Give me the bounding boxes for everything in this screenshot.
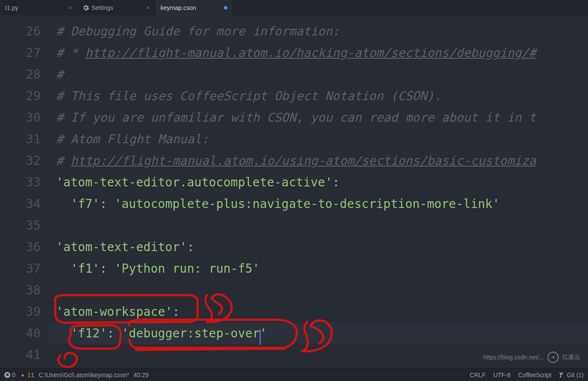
- punct-token: :: [173, 305, 180, 319]
- punct-token: :: [107, 326, 122, 340]
- status-file-path[interactable]: C:\Users\Gcl\.atom\keymap.cson*: [38, 372, 129, 378]
- comment-link[interactable]: http://flight-manual.atom.io/using-atom/…: [71, 154, 536, 168]
- code-line[interactable]: 'f7': 'autocomplete-plus:navigate-to-des…: [47, 193, 588, 215]
- string-token: 'Python run: run-f5': [114, 261, 260, 276]
- status-cursor-position[interactable]: 40:29: [133, 372, 148, 378]
- comment-token: # If you are unfamiliar with CSON, you c…: [56, 110, 536, 125]
- line-number: 33: [0, 172, 47, 193]
- status-encoding[interactable]: UTF-8: [494, 372, 511, 378]
- gear-icon: [83, 5, 89, 11]
- status-errors[interactable]: ✖ 0: [4, 372, 16, 378]
- tab-settings[interactable]: Settings ×: [78, 0, 155, 16]
- string-token: 'f12': [71, 326, 107, 340]
- line-number: 40: [0, 323, 47, 344]
- code-line[interactable]: # * http://flight-manual.atom.io/hacking…: [47, 42, 588, 64]
- string-token: ': [260, 326, 267, 340]
- punct-token: :: [333, 175, 340, 189]
- git-branch-icon: [559, 372, 565, 378]
- line-number: 36: [0, 236, 47, 258]
- close-icon[interactable]: ×: [69, 4, 72, 11]
- punct-token: :: [100, 197, 114, 211]
- line-number: 39: [0, 301, 47, 323]
- status-git-branch[interactable]: Git (1): [559, 372, 584, 378]
- code-line[interactable]: [47, 215, 588, 236]
- line-number: 41: [0, 344, 47, 366]
- code-line[interactable]: 'atom-text-editor.autocomplete-active':: [47, 172, 588, 193]
- tab-keymap-cson[interactable]: keymap.cson: [155, 0, 233, 16]
- line-number: 29: [0, 85, 47, 107]
- warning-icon: ▲: [20, 372, 26, 378]
- comment-link[interactable]: http://flight-manual.atom.io/hacking-ato…: [85, 46, 536, 60]
- code-line[interactable]: #: [47, 64, 588, 85]
- line-number-gutter: 26272829303132333435363738394041: [0, 16, 47, 368]
- code-line[interactable]: [47, 344, 588, 366]
- line-number: 28: [0, 64, 47, 85]
- string-token: 'f1': [71, 261, 100, 276]
- dirty-indicator-icon: [224, 6, 227, 9]
- comment-token: # Atom Flight Manual:: [56, 132, 209, 146]
- tab-t1py[interactable]: t1.py ×: [0, 0, 78, 16]
- code-line[interactable]: 'atom-workspace':: [47, 301, 588, 323]
- string-token: 'autocomplete-plus:navigate-to-descripti…: [114, 197, 500, 211]
- editor[interactable]: 26272829303132333435363738394041 # Debug…: [0, 16, 588, 368]
- comment-token: #: [56, 67, 63, 82]
- code-line[interactable]: [47, 280, 588, 301]
- comment-token: #: [56, 154, 71, 168]
- code-line[interactable]: 'f1': 'Python run: run-f5': [47, 258, 588, 280]
- string-token: 'atom-text-editor': [56, 240, 187, 254]
- status-grammar[interactable]: CoffeeScript: [518, 372, 551, 378]
- code-area[interactable]: # Debugging Guide for more information:#…: [47, 16, 588, 368]
- code-line[interactable]: # http://flight-manual.atom.io/using-ato…: [47, 150, 588, 172]
- tab-label: keymap.cson: [160, 4, 220, 11]
- comment-token: # This file uses CoffeeScript Object Not…: [56, 89, 441, 103]
- line-number: 26: [0, 21, 47, 42]
- code-line[interactable]: 'atom-text-editor':: [47, 236, 588, 258]
- status-bar: ✖ 0 ▲ 11 C:\Users\Gcl\.atom\keymap.cson*…: [0, 368, 588, 381]
- code-line[interactable]: # Debugging Guide for more information:: [47, 21, 588, 42]
- tab-bar: t1.py × Settings × keymap.cson: [0, 0, 588, 16]
- line-number: 35: [0, 215, 47, 236]
- string-token: 'atom-text-editor.autocomplete-active': [56, 175, 333, 189]
- string-token: 'debugger:step-over: [122, 326, 260, 340]
- line-number: 27: [0, 42, 47, 64]
- code-line[interactable]: 'f12': 'debugger:step-over': [47, 323, 588, 344]
- string-token: 'f7': [71, 197, 100, 211]
- comment-token: # *: [56, 46, 85, 60]
- text-cursor: [260, 329, 261, 345]
- line-number: 30: [0, 107, 47, 129]
- status-warnings[interactable]: ▲ 11: [20, 372, 35, 378]
- line-number: 32: [0, 150, 47, 172]
- line-number: 37: [0, 258, 47, 280]
- line-number: 31: [0, 129, 47, 150]
- line-number: 38: [0, 280, 47, 301]
- code-line[interactable]: # This file uses CoffeeScript Object Not…: [47, 85, 588, 107]
- status-line-ending[interactable]: CRLF: [470, 372, 486, 378]
- punct-token: :: [100, 261, 114, 276]
- string-token: 'atom-workspace': [56, 305, 173, 319]
- comment-token: # Debugging Guide for more information:: [56, 24, 340, 38]
- line-number: 34: [0, 193, 47, 215]
- close-icon[interactable]: ×: [146, 4, 150, 11]
- code-line[interactable]: # Atom Flight Manual:: [47, 129, 588, 150]
- punct-token: :: [187, 240, 194, 254]
- tab-label: Settings: [91, 4, 143, 11]
- error-icon: ✖: [4, 372, 10, 378]
- tab-label: t1.py: [5, 4, 65, 11]
- code-line[interactable]: # If you are unfamiliar with CSON, you c…: [47, 107, 588, 129]
